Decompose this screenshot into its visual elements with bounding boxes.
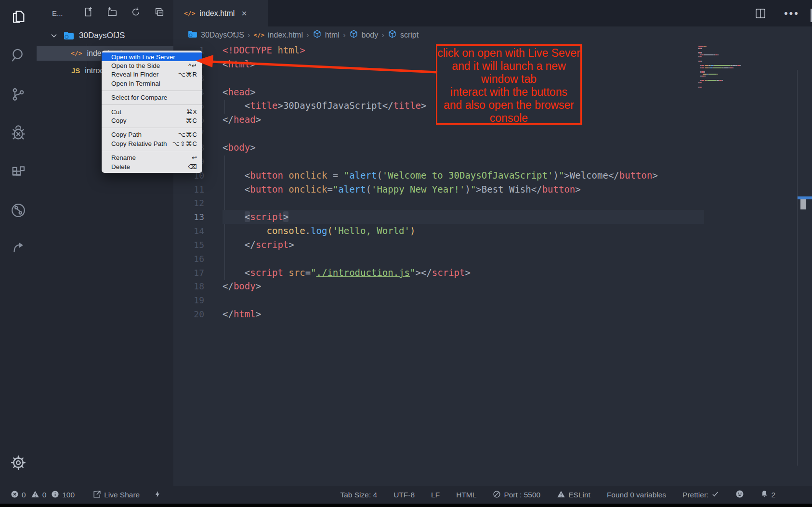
new-folder-icon[interactable] — [107, 7, 118, 19]
status-item-prettier-[interactable]: Prettier: — [682, 491, 719, 499]
status-item-port-5500[interactable]: Port : 5500 — [493, 490, 540, 500]
tree-root-folder[interactable]: 30DaysOfJS — [37, 28, 173, 43]
root-folder-label: 30DaysOfJS — [79, 31, 125, 40]
line-number[interactable]: 16 — [173, 252, 204, 266]
code-line[interactable]: 7 — [173, 127, 812, 141]
status-item-smiley-icon[interactable] — [735, 490, 744, 500]
menu-item-shortcut: ⌘X — [186, 108, 197, 116]
line-number[interactable]: 12 — [173, 196, 204, 210]
breadcrumb: 30DaysOfJS›</>index.html›html›body›scrip… — [173, 26, 812, 43]
source-control-icon[interactable] — [9, 85, 27, 104]
status-item-utf-8[interactable]: UTF-8 — [393, 491, 415, 499]
context-menu-item-open-in-terminal[interactable]: Open in Terminal — [102, 79, 202, 88]
context-menu-item-copy[interactable]: Copy⌘C — [102, 116, 202, 125]
breadcrumb-item-index.html[interactable]: </>index.html — [253, 31, 303, 39]
code-line[interactable]: 20</html> — [173, 307, 812, 321]
tab-close-icon[interactable]: × — [241, 8, 247, 19]
refresh-icon[interactable] — [131, 7, 141, 19]
new-file-icon[interactable] — [83, 7, 94, 19]
context-menu-item-copy-path[interactable]: Copy Path⌥⌘C — [102, 130, 202, 139]
code-line[interactable]: 19 — [173, 293, 812, 307]
status-item-100[interactable]: 100 — [51, 490, 75, 500]
code-line[interactable]: 17 <script src="./introduction.js"></scr… — [173, 266, 812, 280]
folder-icon — [188, 30, 197, 40]
menu-item-label: Open with Live Server — [111, 53, 175, 61]
minimap[interactable] — [698, 46, 745, 94]
menu-item-label: Select for Compare — [111, 94, 167, 101]
code-line[interactable]: 8<body> — [173, 141, 812, 155]
context-menu-item-copy-relative-path[interactable]: Copy Relative Path⌥⇧⌘C — [102, 139, 202, 148]
status-item-html[interactable]: HTML — [456, 491, 476, 499]
code-line[interactable]: 15 </script> — [173, 238, 812, 252]
line-number[interactable]: 17 — [173, 266, 204, 280]
annotation-line: window tab — [437, 73, 580, 86]
line-number[interactable]: 20 — [173, 307, 204, 321]
line-number[interactable]: 18 — [173, 279, 204, 293]
status-item-0[interactable]: 0 — [11, 490, 26, 500]
status-item-bolt-icon[interactable] — [154, 490, 161, 501]
bell-icon — [760, 490, 768, 500]
context-menu-item-select-for-compare[interactable]: Select for Compare — [102, 93, 202, 102]
code-line-text: <button onclick = "alert('Welcome to 30D… — [223, 169, 658, 182]
breadcrumb-item-body[interactable]: body — [349, 29, 379, 40]
code-line[interactable]: 14 console.log('Hello, World') — [173, 224, 812, 238]
line-number[interactable]: 19 — [173, 293, 204, 307]
breadcrumb-item-script[interactable]: script — [388, 29, 419, 40]
context-menu-item-open-with-live-server[interactable]: Open with Live Server — [102, 52, 202, 61]
split-editor-icon[interactable] — [755, 8, 766, 19]
context-menu-item-cut[interactable]: Cut⌘X — [102, 107, 202, 116]
html-file-icon: </> — [184, 10, 195, 17]
code-line[interactable]: 13 <script> — [173, 210, 812, 224]
context-menu-item-reveal-in-finder[interactable]: Reveal in Finder⌥⌘R — [102, 70, 202, 79]
code-line-text: <script src="./introduction.js"></script… — [223, 266, 471, 280]
status-item-0[interactable]: 0 — [31, 490, 47, 500]
vscode-window: E... 30DaysOfJS </>index.htmlJSintroduct… — [0, 0, 812, 507]
status-item-2[interactable]: 2 — [760, 490, 775, 500]
line-number[interactable]: 15 — [173, 238, 204, 252]
menu-item-label: Copy Relative Path — [111, 140, 167, 147]
info-icon — [51, 490, 59, 500]
more-actions-icon[interactable]: ••• — [784, 7, 799, 20]
annotation-line: interact with the buttons — [437, 86, 580, 99]
run-debug-icon[interactable] — [9, 124, 27, 143]
port-icon — [493, 490, 501, 500]
folder-icon — [64, 31, 74, 40]
warning-icon — [31, 490, 39, 500]
breadcrumb-item-30DaysOfJS[interactable]: 30DaysOfJS — [188, 30, 244, 40]
status-item-found-0-variables[interactable]: Found 0 variables — [607, 491, 666, 499]
remote-explorer-icon[interactable] — [9, 201, 27, 220]
status-item-eslint[interactable]: ESLint — [557, 490, 590, 500]
line-number[interactable]: 11 — [173, 182, 204, 196]
code-line[interactable]: 12 — [173, 196, 812, 210]
status-item-live-share[interactable]: Live Share — [93, 490, 140, 500]
extensions-icon[interactable] — [9, 163, 27, 181]
line-number[interactable]: 14 — [173, 224, 204, 238]
code-line[interactable]: 10 <button onclick = "alert('Welcome to … — [173, 169, 812, 182]
code-line[interactable]: 18</body> — [173, 279, 812, 293]
status-item-lf[interactable]: LF — [431, 491, 440, 499]
collapse-all-icon[interactable] — [154, 7, 165, 19]
annotation-line: click on open with Live Sever — [437, 47, 580, 60]
menu-item-label: Copy — [111, 117, 127, 124]
context-menu-item-open-to-the-side[interactable]: Open to the Side^↵ — [102, 61, 202, 70]
context-menu: Open with Live ServerOpen to the Side^↵R… — [102, 51, 202, 173]
explorer-icon[interactable] — [9, 8, 27, 26]
live-share-icon[interactable] — [9, 240, 27, 258]
window-bottom-edge — [0, 504, 812, 507]
context-menu-item-delete[interactable]: Delete⌫ — [102, 162, 202, 171]
line-number[interactable]: 13 — [173, 210, 204, 224]
status-label: ESLint — [568, 491, 590, 499]
code-line[interactable]: 9 — [173, 155, 812, 169]
status-item-tab-size-4[interactable]: Tab Size: 4 — [340, 491, 377, 499]
code-line[interactable]: 16 — [173, 252, 812, 266]
settings-gear-icon[interactable] — [9, 454, 27, 472]
scrollbar-handle[interactable] — [800, 199, 806, 209]
code-line[interactable]: 11 <button onclick="alert('Happy New Yea… — [173, 182, 812, 196]
tab-index-html[interactable]: </> index.html × — [173, 0, 268, 26]
breadcrumb-item-html[interactable]: html — [313, 29, 340, 40]
symbol-cube-icon — [349, 29, 358, 40]
search-icon[interactable] — [9, 46, 27, 65]
code-line-text: <title>30DaysOfJavaScript</title> — [223, 99, 426, 113]
menu-item-shortcut: ⌥⌘C — [178, 131, 197, 138]
context-menu-item-rename[interactable]: Rename↩ — [102, 154, 202, 162]
